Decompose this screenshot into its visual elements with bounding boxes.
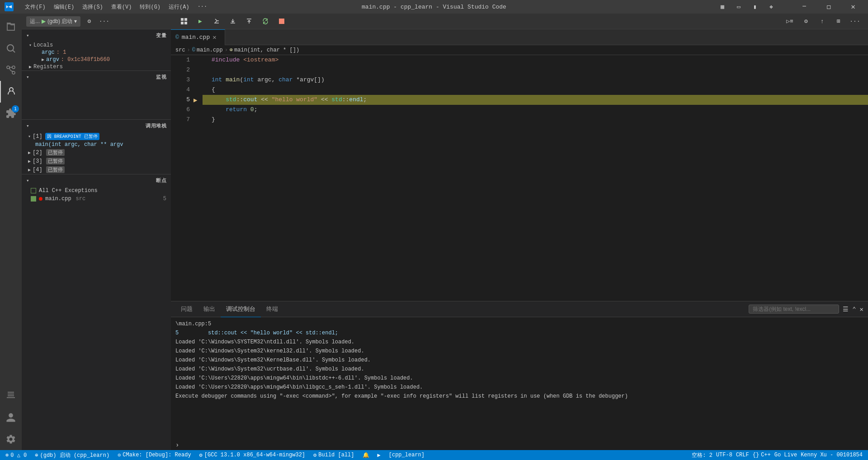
status-build[interactable]: ⚙ Build [all] (311, 452, 356, 459)
watch-header[interactable]: ▾ 监视 (22, 71, 171, 83)
breadcrumb-fn[interactable]: ⊕ main(int, char * []) (230, 47, 299, 53)
upload-icon[interactable]: ↑ (816, 15, 829, 28)
layout2-icon[interactable]: ❖ (765, 0, 778, 13)
code-editor[interactable]: 1 2 3 4 5 6 7 ▶ (171, 55, 868, 301)
more-icon-btn[interactable]: ··· (98, 15, 110, 28)
status-run[interactable]: ▶ (376, 452, 382, 459)
main-container: 1 运... ▶ (gdb) 启动 ▾ ⚙ ··· ▾ (0, 14, 868, 450)
console-input[interactable] (181, 442, 863, 448)
code-content[interactable]: #include <iostream> int main ( int argc, (203, 55, 868, 301)
stack2-chevron: ▶ (28, 150, 31, 155)
activity-bar: 1 (0, 14, 22, 450)
svg-point-0 (7, 45, 14, 51)
sidebar-item-scm[interactable] (0, 59, 22, 81)
bp-main-cpp-checkbox[interactable] (31, 196, 36, 202)
status-spaces[interactable]: 空格: 2 (690, 451, 714, 459)
tab-close-btn[interactable]: ✕ (212, 33, 216, 41)
sidebar-item-extensions[interactable]: 1 (0, 103, 22, 124)
continue-btn[interactable]: ▶ (194, 15, 207, 28)
sidebar-item-settings[interactable] (0, 428, 22, 450)
status-golive[interactable]: Go Live (773, 452, 799, 458)
tab-output[interactable]: 输出 (198, 301, 221, 317)
settings-icon-btn[interactable]: ⚙ (83, 15, 95, 28)
status-lang[interactable]: {} C++ (751, 452, 773, 458)
panel-close-btn[interactable]: ✕ (860, 305, 863, 313)
build-label: Build [all] (318, 452, 354, 458)
menu-view[interactable]: 查看(V) (108, 2, 136, 12)
restore-button[interactable]: ◻ (818, 0, 839, 14)
close-button[interactable]: ✕ (843, 0, 863, 14)
filter-input[interactable] (749, 305, 839, 314)
sidebar-item-remote[interactable] (0, 385, 22, 407)
minimize-button[interactable]: − (794, 0, 815, 14)
tab-main-cpp[interactable]: © main.cpp ✕ (171, 29, 225, 45)
tab-problems[interactable]: 问题 (175, 301, 198, 317)
settings2-icon[interactable]: ⚙ (800, 15, 812, 28)
breadcrumb-sep2: › (225, 47, 228, 53)
console-prompt[interactable]: › (171, 440, 868, 450)
menu-file[interactable]: 文件(F) (21, 2, 49, 12)
stack-frame-3[interactable]: ▶ [3] 已暂停 (22, 157, 171, 165)
menu-edit[interactable]: 编辑(E) (50, 2, 78, 12)
var-argv[interactable]: ▶ argv : 0x1c348f1b660 (22, 56, 171, 63)
bp-main-cpp[interactable]: main.cpp src 5 (22, 195, 171, 203)
status-user[interactable]: Kenny Xu - 00101854 (799, 452, 864, 458)
step-over-btn[interactable] (210, 15, 223, 28)
tab-terminal[interactable]: 终端 (261, 301, 283, 317)
sidebar-icon[interactable]: ▮ (749, 0, 761, 13)
status-project[interactable]: [cpp_learn] (387, 452, 426, 458)
gutter-7 (193, 115, 203, 125)
status-gcc[interactable]: ⚙ [GCC 13.1.0 x86_64-w64-mingw32] (198, 452, 307, 459)
menu-select[interactable]: 选择(S) (79, 2, 107, 12)
run-dropdown-button[interactable]: 运... ▶ (gdb) 启动 ▾ (26, 16, 80, 27)
breadcrumb-file[interactable]: © main.cpp (192, 47, 223, 53)
breakpoints-header[interactable]: ▾ 断点 (22, 174, 171, 187)
breadcrumb-src[interactable]: src (175, 47, 185, 53)
registers-group[interactable]: ▶ Registers (22, 63, 171, 70)
variables-header[interactable]: ▾ 变量 (22, 29, 171, 42)
stack-frame-2[interactable]: ▶ [2] 已暂停 (22, 148, 171, 157)
stack-frame-1-sub[interactable]: main(int argc, char ** argv (22, 141, 171, 148)
stop-btn[interactable] (275, 15, 288, 28)
lang-label: C++ (761, 452, 771, 458)
split-icon[interactable]: ⊞ (832, 15, 845, 28)
encoding-label: UTF-8 (716, 452, 732, 458)
status-errors[interactable]: ⊗ 0 △ 0 (4, 452, 28, 459)
status-debug-session[interactable]: ⊕ (gdb) 启动 (cpp_learn) (33, 451, 111, 459)
restart-btn[interactable] (259, 15, 272, 28)
menu-more[interactable]: ··· (194, 3, 211, 11)
locals-group[interactable]: ▾ Locals (22, 42, 171, 49)
more2-icon[interactable]: ··· (849, 15, 861, 28)
status-bar: ⊗ 0 △ 0 ⊕ (gdb) 启动 (cpp_learn) ⊙ CMake: … (0, 450, 868, 460)
list-view-icon[interactable]: ☰ (843, 305, 849, 313)
menu-goto[interactable]: 转到(G) (136, 2, 164, 12)
status-eol[interactable]: CRLF (734, 452, 751, 458)
step-into-btn[interactable] (226, 15, 239, 28)
layout-icon[interactable]: ▦ (716, 0, 729, 13)
project-label: [cpp_learn] (389, 452, 425, 458)
svg-line-1 (13, 51, 15, 53)
tab-debug-console[interactable]: 调试控制台 (221, 301, 261, 317)
status-encoding[interactable]: UTF-8 (714, 452, 734, 458)
expand-icon-btn[interactable]: ⌃ (852, 305, 856, 313)
sidebar-item-explorer[interactable] (0, 16, 22, 38)
run-all-icon[interactable]: ▷≡ (783, 15, 796, 28)
console-output[interactable]: \main.cpp:5 5 std::cout << "hello world"… (171, 317, 868, 440)
prompt-arrow: › (175, 441, 179, 449)
bp-all-exceptions-checkbox[interactable] (31, 188, 36, 193)
var-argc[interactable]: argc : 1 (22, 49, 171, 56)
console-line-1: 5 std::cout << "hello world" << std::end… (175, 329, 863, 338)
sidebar-item-debug[interactable] (0, 81, 22, 103)
menu-run[interactable]: 运行(A) (165, 2, 193, 12)
sidebar-item-search[interactable] (0, 38, 22, 59)
stack-frame-1[interactable]: ▾ [1] 因 BREAKPOINT 已暂停 (22, 132, 171, 141)
grid-icon-btn[interactable] (178, 15, 190, 28)
callstack-header[interactable]: ▾ 调用堆栈 (22, 120, 171, 132)
status-bell[interactable]: 🔔 (361, 452, 371, 459)
panel-icon[interactable]: ▭ (732, 0, 745, 13)
status-cmake[interactable]: ⊙ CMake: [Debug]: Ready (116, 452, 193, 459)
step-out-btn[interactable] (243, 15, 255, 28)
stack-frame-4[interactable]: ▶ [4] 已暂停 (22, 165, 171, 174)
bp-all-exceptions[interactable]: All C++ Exceptions (22, 187, 171, 195)
sidebar-item-accounts[interactable] (0, 407, 22, 428)
